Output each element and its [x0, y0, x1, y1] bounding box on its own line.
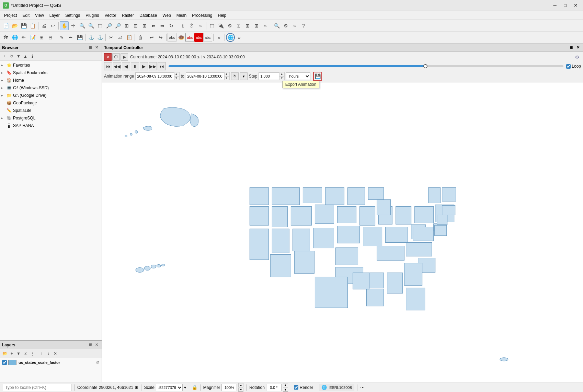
browser-item-bookmarks[interactable]: ▸ 🔖 Spatial Bookmarks	[0, 69, 102, 77]
browser-item-home[interactable]: ▸ 🏠 Home	[0, 77, 102, 84]
label-btn-1[interactable]: abc	[168, 33, 176, 42]
browser-close-button[interactable]: ✕	[93, 45, 100, 51]
epsg-button[interactable]: 🌐 ESRI:102008	[319, 384, 354, 391]
digitize-btn-2[interactable]: 🌐	[10, 33, 19, 42]
menu-plugins[interactable]: Plugins	[83, 12, 102, 19]
menu-database[interactable]: Database	[137, 12, 160, 19]
layer-item-us-states[interactable]: us_states_scale_factor ⏱	[0, 358, 102, 367]
browser-item-geopackage[interactable]: ▸ 📦 GeoPackage	[0, 99, 102, 107]
tc-range-to-down[interactable]: ▼	[224, 76, 230, 80]
browser-item-postgresql[interactable]: ▸ 🐘 PostgreSQL	[0, 114, 102, 122]
globe-more-btn[interactable]: »	[235, 33, 244, 42]
digitize-btn-14[interactable]: 📋	[125, 33, 134, 42]
browser-item-favorites[interactable]: ▸ ⭐ Favorites	[0, 61, 102, 69]
save-as-button[interactable]: 📋	[28, 21, 37, 30]
pan-map-button[interactable]: ✋	[60, 21, 69, 30]
zoom-in-button[interactable]: 🔍	[78, 21, 87, 30]
magnifier-up[interactable]: ▲	[238, 383, 243, 387]
rotation-input[interactable]	[266, 384, 282, 391]
digitize-btn-5[interactable]: ⊞	[37, 33, 46, 42]
menu-project[interactable]: Project	[1, 12, 20, 19]
toolbar-process-button[interactable]: ⚙	[281, 21, 290, 30]
pan-map-arrow-button[interactable]: ✛	[69, 21, 78, 30]
map-canvas[interactable]	[102, 82, 583, 382]
select-features-button[interactable]: ⬚	[207, 21, 216, 30]
layers-move-up-btn[interactable]: ↑	[38, 350, 45, 357]
scale-select[interactable]: :52277376	[156, 384, 183, 391]
zoom-layer-button[interactable]: 🔎	[113, 21, 122, 30]
tc-step-input[interactable]: 1.000	[259, 72, 279, 80]
close-button[interactable]: ✕	[571, 1, 580, 10]
tc-unit-select[interactable]: hours seconds minutes days weeks months …	[286, 72, 310, 80]
browser-item-c-drive[interactable]: ▸ 💻 C:\ (Windows-SSD)	[0, 84, 102, 92]
toolbar-more-button[interactable]: »	[196, 21, 205, 30]
toolbar-locate-button[interactable]: 🔍	[272, 21, 281, 30]
tc-pause-button[interactable]: ⏸	[131, 62, 139, 70]
menu-mesh[interactable]: Mesh	[174, 12, 189, 19]
menu-vector[interactable]: Vector	[102, 12, 119, 19]
browser-info-btn[interactable]: ℹ	[29, 53, 36, 60]
tc-next-button[interactable]: ▶▶	[149, 62, 157, 70]
globe-btn[interactable]: 🌐	[226, 33, 235, 42]
digitize-btn-4[interactable]: 📝	[28, 33, 37, 42]
tc-range-to-up[interactable]: ▲	[224, 72, 230, 76]
magnifier-down[interactable]: ▼	[238, 388, 243, 392]
zoom-next-button[interactable]: ➡	[158, 21, 167, 30]
digitize-btn-13[interactable]: ⇄	[116, 33, 125, 42]
browser-float-button[interactable]: ⊞	[87, 45, 93, 51]
digitize-btn-15[interactable]: 🗑	[136, 33, 145, 42]
tc-prev-button[interactable]: ◀	[122, 62, 130, 70]
digitize-btn-12[interactable]: ✂	[107, 33, 116, 42]
digitize-btn-3[interactable]: ✏	[19, 33, 28, 42]
tc-close-btn[interactable]: ✕	[575, 45, 581, 51]
layers-filter2-btn[interactable]: ⊻	[22, 350, 29, 357]
tc-clock-button[interactable]: ⏱	[112, 53, 120, 61]
toolbar-plugins-button[interactable]: 🔌	[216, 21, 225, 30]
browser-add-btn[interactable]: +	[1, 53, 8, 60]
undo-button[interactable]: ↩	[48, 21, 57, 30]
layers-remove-btn[interactable]: ✕	[52, 350, 59, 357]
maximize-button[interactable]: □	[560, 1, 570, 10]
rotation-down[interactable]: ▼	[283, 388, 288, 392]
tc-refresh-button[interactable]: ↻	[231, 72, 239, 80]
layers-float-button[interactable]: ⊞	[87, 342, 93, 348]
tc-play-button[interactable]: ▶	[140, 62, 148, 70]
zoom-native-button[interactable]: ⊞	[122, 21, 131, 30]
menu-view[interactable]: View	[32, 12, 47, 19]
layer-checkbox-us-states[interactable]	[2, 360, 7, 365]
label-btn-3[interactable]: abc	[185, 33, 194, 42]
zoom-out-button[interactable]: 🔍	[87, 21, 95, 30]
tc-step-up[interactable]: ▲	[279, 72, 285, 76]
digitize-btn-9[interactable]: 💾	[75, 33, 84, 42]
label-btn-5[interactable]: abc	[203, 33, 212, 42]
browser-item-g-drive[interactable]: ▸ 📁 G:\ (Google Drive)	[0, 92, 102, 99]
browser-refresh-btn[interactable]: ↻	[8, 53, 15, 60]
tc-float-btn[interactable]: ⊞	[568, 45, 574, 51]
layers-open-btn[interactable]: 📂	[1, 350, 8, 357]
zoom-selection-button[interactable]: 🔎	[104, 21, 113, 30]
refresh-button[interactable]: ↻	[167, 21, 176, 30]
tc-loop-checkbox[interactable]	[566, 64, 571, 69]
tc-play-mode-button[interactable]: ▶	[121, 53, 128, 61]
layers-add-btn[interactable]: +	[8, 350, 15, 357]
toolbar-sigma-button[interactable]: Σ	[234, 21, 243, 30]
tc-range-to-input[interactable]: 2024-08-10 13:00:00	[186, 72, 224, 80]
digitize-btn-7[interactable]: ✎	[57, 33, 66, 42]
temporal-controller-tb-button[interactable]: ⏱	[187, 21, 196, 30]
menu-web[interactable]: Web	[160, 12, 173, 19]
browser-collapse-btn[interactable]: ▲	[22, 53, 29, 60]
digitize-btn-11[interactable]: ⚓	[95, 33, 104, 42]
tc-slider-thumb[interactable]	[423, 64, 427, 68]
toolbar-table-button[interactable]: ⊞	[243, 21, 252, 30]
render-checkbox[interactable]	[294, 385, 298, 390]
digitize-btn-1[interactable]: 🗺	[1, 33, 10, 42]
tc-step-down[interactable]: ▼	[279, 76, 285, 80]
tc-settings-button[interactable]: ⚙	[573, 53, 581, 61]
browser-item-sap-hana[interactable]: ▸ ⣿ SAP HANA	[0, 122, 102, 129]
layers-move-down-btn[interactable]: ↓	[45, 350, 52, 357]
tc-skip-last-button[interactable]: ⏭	[158, 62, 166, 70]
tc-slider-container[interactable]	[169, 64, 563, 69]
new-project-button[interactable]: 📄	[1, 21, 10, 30]
tc-stop-button[interactable]: ✕	[104, 53, 112, 61]
label-btn-4[interactable]: abc	[194, 33, 203, 42]
